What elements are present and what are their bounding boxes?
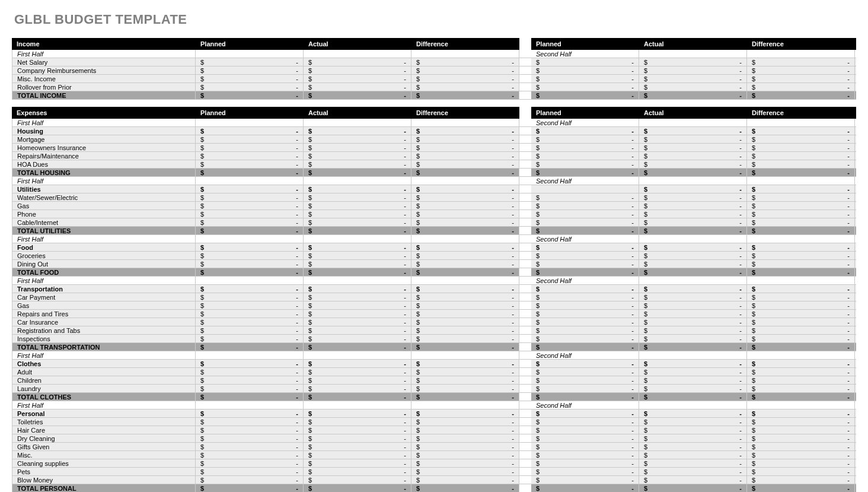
money-cell[interactable]: $-: [531, 476, 639, 484]
money-cell[interactable]: $-: [747, 426, 855, 434]
money-cell[interactable]: $-: [304, 243, 411, 251]
money-cell[interactable]: $-: [747, 193, 855, 201]
money-cell[interactable]: $-: [411, 426, 519, 434]
money-cell[interactable]: $-: [531, 135, 639, 143]
money-cell[interactable]: $-: [411, 318, 519, 326]
money-cell[interactable]: $-: [747, 144, 855, 151]
money-cell[interactable]: $-: [639, 451, 747, 459]
money-cell[interactable]: $-: [747, 476, 855, 484]
money-cell[interactable]: $-: [411, 468, 519, 475]
money-cell[interactable]: $-: [196, 385, 304, 392]
money-cell[interactable]: $-: [411, 227, 519, 234]
money-cell[interactable]: $-: [639, 310, 747, 318]
money-cell[interactable]: $-: [196, 144, 304, 151]
money-cell[interactable]: $-: [639, 360, 747, 367]
money-cell[interactable]: $-: [304, 310, 411, 318]
money-cell[interactable]: $-: [747, 169, 855, 176]
money-cell[interactable]: $-: [411, 193, 519, 201]
money-cell[interactable]: $-: [196, 393, 304, 401]
money-cell[interactable]: $-: [304, 393, 411, 401]
money-cell[interactable]: $-: [411, 66, 519, 74]
money-cell[interactable]: $-: [747, 285, 855, 293]
money-cell[interactable]: $-: [747, 243, 855, 251]
money-cell[interactable]: $-: [196, 83, 304, 91]
money-cell[interactable]: $-: [747, 135, 855, 143]
money-cell[interactable]: $-: [411, 451, 519, 459]
money-cell[interactable]: $-: [411, 301, 519, 309]
money-cell[interactable]: $-: [639, 91, 747, 99]
money-cell[interactable]: $-: [411, 252, 519, 259]
money-cell[interactable]: $-: [747, 310, 855, 318]
money-cell[interactable]: $-: [531, 83, 639, 91]
money-cell[interactable]: $-: [304, 227, 411, 234]
money-cell[interactable]: $-: [411, 75, 519, 82]
money-cell[interactable]: $-: [196, 368, 304, 376]
money-cell[interactable]: $-: [639, 468, 747, 475]
money-cell[interactable]: $-: [304, 193, 411, 201]
money-cell[interactable]: $-: [411, 169, 519, 176]
money-cell[interactable]: $-: [304, 468, 411, 475]
money-cell[interactable]: $-: [747, 459, 855, 467]
money-cell[interactable]: $-: [531, 127, 639, 135]
money-cell[interactable]: $-: [747, 368, 855, 376]
money-cell[interactable]: $-: [531, 202, 639, 210]
money-cell[interactable]: $-: [639, 326, 747, 334]
money-cell[interactable]: $-: [304, 484, 411, 492]
money-cell[interactable]: $-: [531, 418, 639, 426]
money-cell[interactable]: $-: [411, 91, 519, 99]
money-cell[interactable]: $-: [639, 210, 747, 218]
money-cell[interactable]: $-: [196, 193, 304, 201]
money-cell[interactable]: $-: [411, 243, 519, 251]
money-cell[interactable]: $-: [639, 434, 747, 442]
money-cell[interactable]: $-: [639, 160, 747, 168]
money-cell[interactable]: $-: [747, 227, 855, 234]
money-cell[interactable]: $-: [304, 91, 411, 99]
money-cell[interactable]: $-: [747, 326, 855, 334]
money-cell[interactable]: $-: [411, 376, 519, 384]
money-cell[interactable]: $-: [747, 335, 855, 342]
money-cell[interactable]: $-: [196, 91, 304, 99]
money-cell[interactable]: $-: [196, 426, 304, 434]
money-cell[interactable]: $-: [304, 202, 411, 210]
money-cell[interactable]: $-: [531, 385, 639, 392]
money-cell[interactable]: $-: [639, 66, 747, 74]
money-cell[interactable]: $-: [304, 376, 411, 384]
money-cell[interactable]: $-: [196, 75, 304, 82]
money-cell[interactable]: $-: [639, 318, 747, 326]
money-cell[interactable]: $-: [196, 210, 304, 218]
money-cell[interactable]: $-: [639, 169, 747, 176]
money-cell[interactable]: $-: [304, 285, 411, 293]
money-cell[interactable]: $-: [304, 326, 411, 334]
money-cell[interactable]: $-: [531, 218, 639, 226]
money-cell[interactable]: $-: [531, 410, 639, 417]
money-cell[interactable]: $-: [531, 343, 639, 351]
money-cell[interactable]: $-: [196, 169, 304, 176]
money-cell[interactable]: $-: [304, 135, 411, 143]
money-cell[interactable]: $-: [411, 418, 519, 426]
money-cell[interactable]: $-: [747, 376, 855, 384]
money-cell[interactable]: $-: [411, 152, 519, 160]
money-cell[interactable]: $-: [747, 343, 855, 351]
money-cell[interactable]: $-: [304, 169, 411, 176]
money-cell[interactable]: $-: [747, 468, 855, 475]
money-cell[interactable]: $-: [747, 75, 855, 82]
money-cell[interactable]: $-: [411, 385, 519, 392]
money-cell[interactable]: $-: [639, 202, 747, 210]
money-cell[interactable]: $-: [304, 260, 411, 268]
money-cell[interactable]: $-: [531, 210, 639, 218]
money-cell[interactable]: $-: [531, 144, 639, 151]
money-cell[interactable]: $-: [411, 268, 519, 276]
money-cell[interactable]: $-: [304, 301, 411, 309]
money-cell[interactable]: $-: [196, 343, 304, 351]
money-cell[interactable]: $-: [196, 160, 304, 168]
money-cell[interactable]: $-: [747, 484, 855, 492]
money-cell[interactable]: $-: [639, 335, 747, 342]
money-cell[interactable]: $-: [531, 66, 639, 74]
money-cell[interactable]: $-: [639, 393, 747, 401]
money-cell[interactable]: $-: [411, 484, 519, 492]
money-cell[interactable]: $-: [304, 66, 411, 74]
money-cell[interactable]: $-: [304, 318, 411, 326]
money-cell[interactable]: $-: [411, 310, 519, 318]
money-cell[interactable]: $-: [639, 484, 747, 492]
money-cell[interactable]: $-: [747, 385, 855, 392]
